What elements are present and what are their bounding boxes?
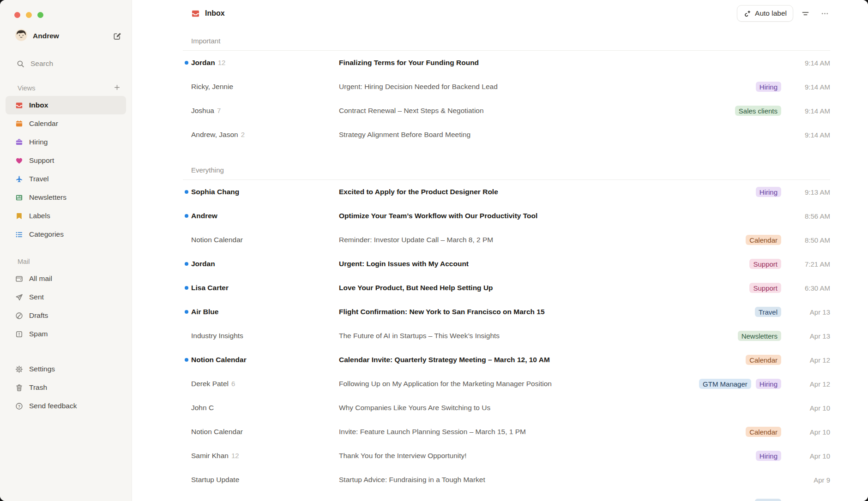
mail-list: ImportantJordan12Finalizing Terms for Yo…: [132, 27, 868, 501]
email-row[interactable]: Andrew, Jason2Strategy Alignment Before …: [132, 123, 868, 147]
sidebar-nav: ViewsInboxCalendarHiringSupportTravelNew…: [0, 70, 132, 343]
categories-icon: [15, 231, 23, 239]
sidebar-section-label: Views: [18, 84, 35, 92]
sidebar-item-spam[interactable]: Spam: [6, 325, 126, 343]
unread-dot: [185, 358, 188, 362]
sidebar-item-label: Trash: [29, 383, 47, 392]
auto-label-button[interactable]: Auto label: [737, 5, 793, 22]
email-row[interactable]: Industry InsightsThe Future of AI in Sta…: [132, 324, 868, 348]
email-subject: Following Up on My Application for the M…: [339, 380, 699, 388]
email-row[interactable]: Notion CalendarReminder: Investor Update…: [132, 228, 868, 252]
label-badge[interactable]: Hiring: [756, 187, 781, 197]
mail-section-label: Everything: [191, 166, 830, 174]
label-badge[interactable]: GTM Manager: [699, 379, 751, 389]
email-row[interactable]: Derek Patel6Following Up on My Applicati…: [132, 372, 868, 396]
label-badge[interactable]: Hiring: [756, 451, 781, 461]
close-window-button[interactable]: [14, 12, 20, 18]
email-row[interactable]: AndrewOptimize Your Team’s Workflow with…: [132, 204, 868, 228]
email-row[interactable]: Jordan12Finalizing Terms for Your Fundin…: [132, 51, 868, 75]
sidebar-item-categories[interactable]: Categories: [6, 225, 126, 244]
sidebar-item-hiring[interactable]: Hiring: [6, 133, 126, 151]
search-row[interactable]: Search: [17, 57, 123, 70]
sidebar-item-trash[interactable]: Trash: [6, 378, 126, 397]
email-sender: Notion Calendar: [191, 428, 339, 436]
label-badge[interactable]: Calendar: [746, 235, 781, 245]
email-row[interactable]: Notion CalendarCalendar Invite: Quarterl…: [132, 348, 868, 372]
main-header: Inbox Auto label: [132, 0, 868, 27]
email-labels: Newsletters: [738, 331, 781, 341]
email-time: 9:14 AM: [788, 59, 830, 67]
unread-dot: [185, 190, 188, 194]
sidebar-item-support[interactable]: Support: [6, 151, 126, 170]
sidebar-item-newsletters[interactable]: Newsletters: [6, 188, 126, 207]
email-subject: Why Companies Like Yours Are Switching t…: [339, 404, 781, 412]
email-labels: Sales clients: [735, 106, 781, 116]
label-badge[interactable]: Calendar: [746, 355, 781, 365]
email-subject: Finalizing Terms for Your Funding Round: [339, 59, 781, 67]
label-badge[interactable]: Travel: [755, 499, 781, 501]
page-title: Inbox: [191, 9, 225, 18]
zoom-window-button[interactable]: [37, 12, 43, 18]
account-name[interactable]: Andrew: [33, 32, 59, 40]
sidebar-item-all-mail[interactable]: All mail: [6, 269, 126, 288]
inbox-icon: [15, 101, 23, 109]
sidebar-section-header: Views: [18, 84, 123, 92]
label-badge[interactable]: Calendar: [746, 427, 781, 437]
email-row[interactable]: Samir Khan12Thank You for the Interview …: [132, 444, 868, 468]
compose-button[interactable]: [110, 30, 123, 42]
window-controls: [0, 0, 132, 18]
sidebar-section-header: Mail: [18, 257, 123, 266]
email-row[interactable]: Sophia ChangExcited to Apply for the Pro…: [132, 180, 868, 204]
email-row[interactable]: Lisa CarterLove Your Product, But Need H…: [132, 276, 868, 300]
email-row[interactable]: Air BlueFlight Confirmation: New York to…: [132, 300, 868, 324]
filter-button[interactable]: [798, 6, 813, 21]
email-sender: Notion Calendar: [191, 236, 339, 244]
label-badge[interactable]: Support: [749, 283, 781, 293]
email-time: 8:50 AM: [788, 236, 830, 244]
sidebar-item-labels[interactable]: Labels: [6, 207, 126, 225]
email-row[interactable]: Ricky, JennieUrgent: Hiring Decision Nee…: [132, 75, 868, 99]
email-time: 9:14 AM: [788, 83, 830, 91]
label-badge[interactable]: Support: [749, 259, 781, 269]
account-row: Andrew: [15, 30, 123, 42]
sidebar-item-inbox[interactable]: Inbox: [6, 96, 126, 114]
sidebar-item-drafts[interactable]: Drafts: [6, 306, 126, 325]
label-badge[interactable]: Hiring: [756, 82, 781, 92]
label-badge[interactable]: Hiring: [756, 379, 781, 389]
sidebar-item-travel[interactable]: Travel: [6, 170, 126, 188]
email-sender: Ricky, Jennie: [191, 83, 339, 91]
sidebar-item-calendar[interactable]: Calendar: [6, 114, 126, 133]
email-sender: Lisa Carter: [191, 284, 339, 292]
email-sender: Joshua7: [191, 107, 339, 115]
add-view-button[interactable]: [110, 82, 123, 95]
email-sender: Air Blue: [191, 308, 339, 316]
email-row[interactable]: John CWhy Companies Like Yours Are Switc…: [132, 396, 868, 420]
email-time: 9:14 AM: [788, 107, 830, 115]
draft-icon: [15, 312, 23, 320]
sidebar-item-settings[interactable]: Settings: [6, 360, 126, 378]
email-sender: Industry Insights: [191, 332, 339, 340]
email-row[interactable]: Startup UpdateStartup Advice: Fundraisin…: [132, 468, 868, 492]
email-subject: Optimize Your Team’s Workflow with Our P…: [339, 212, 781, 220]
label-badge[interactable]: Sales clients: [735, 106, 781, 116]
unread-dot: [185, 286, 188, 290]
email-row[interactable]: JordanUrgent: Login Issues with My Accou…: [132, 252, 868, 276]
avatar[interactable]: [15, 29, 27, 43]
sidebar-item-send-feedback[interactable]: ?Send feedback: [6, 397, 126, 415]
sidebar-item-sent[interactable]: Sent: [6, 288, 126, 306]
label-badge[interactable]: Travel: [755, 307, 781, 317]
email-row[interactable]: Joshua7Contract Renewal – Next Steps & N…: [132, 99, 868, 123]
label-badge[interactable]: Newsletters: [738, 331, 781, 341]
minimize-window-button[interactable]: [26, 12, 32, 18]
more-button[interactable]: [817, 6, 832, 21]
email-labels: Calendar: [746, 235, 781, 245]
heart-icon: [15, 157, 23, 165]
help-icon: ?: [15, 402, 23, 410]
email-row[interactable]: Notion CalendarInvite: Feature Launch Pl…: [132, 420, 868, 444]
email-sender: Andrew: [191, 212, 339, 220]
email-time: Apr 10: [788, 452, 830, 460]
gear-icon: [15, 365, 23, 373]
email-labels: Hiring: [756, 82, 781, 92]
email-row[interactable]: Car RentalsUpgrade: Rental Details – Pic…: [132, 492, 868, 501]
filter-icon: [802, 10, 809, 18]
